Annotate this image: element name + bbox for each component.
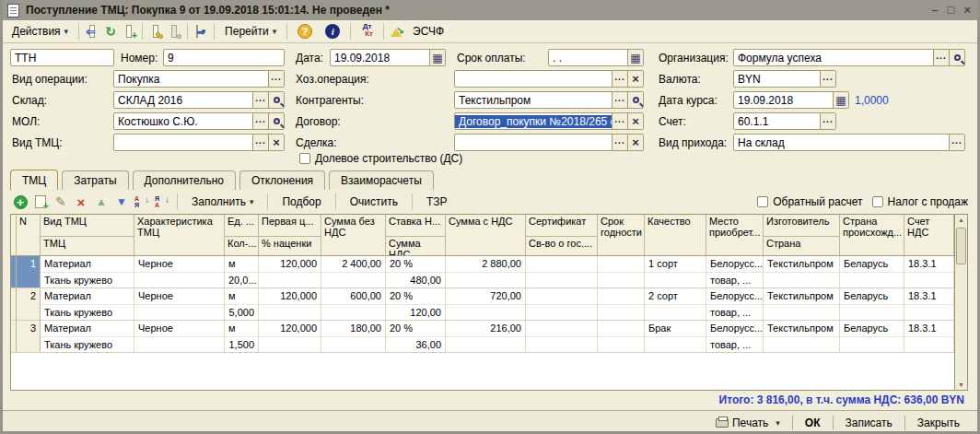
open-list-icon[interactable]: ➥ (192, 23, 209, 40)
print-button[interactable]: Печать (707, 414, 788, 432)
pick-button[interactable]: Подбор (274, 193, 328, 211)
column-header[interactable]: Счет НДС (904, 215, 954, 255)
table-cell[interactable]: м5,000 (225, 288, 259, 320)
clear-icon[interactable] (627, 71, 643, 87)
biz-op-field[interactable] (454, 70, 644, 88)
close-button[interactable]: × (963, 1, 971, 19)
ellipsis-button[interactable] (820, 71, 835, 87)
magnifier-button[interactable] (268, 92, 284, 108)
counterparty-field[interactable]: Текстильпром (454, 91, 644, 109)
tab-costs[interactable]: Затраты (62, 170, 128, 190)
table-cell[interactable]: МатериалТкань кружево (41, 321, 134, 352)
table-cell[interactable]: Текстильпром (764, 321, 840, 352)
table-row[interactable]: 2МатериалТкань кружевоЧерноем5,000120,00… (11, 288, 954, 321)
magnifier-button[interactable] (627, 92, 643, 108)
column-header[interactable]: Характеристика ТМЦ (134, 215, 225, 255)
column-header[interactable]: Ед. ...Кол-... (225, 215, 259, 255)
table-cell[interactable]: 120,000 (259, 256, 321, 287)
table-row[interactable]: 3МатериалТкань кружевоЧерноем1,500120,00… (11, 321, 954, 353)
table-cell[interactable] (598, 288, 645, 320)
reverse-calc-checkbox[interactable]: Обратный расчет (757, 195, 862, 208)
ellipsis-button[interactable] (820, 113, 835, 129)
ellipsis-button[interactable] (612, 113, 627, 129)
table-cell[interactable]: 2 400,00 (321, 256, 386, 287)
clear-button[interactable]: Очистить (343, 193, 405, 211)
table-cell[interactable]: 120,000 (259, 321, 321, 352)
dt-kt-icon[interactable]: ДтКт (356, 22, 379, 41)
checkbox-box[interactable] (299, 153, 310, 164)
column-header[interactable]: Место приобрет... (706, 215, 764, 255)
table-cell[interactable]: Белорусс...товар, ... (706, 288, 764, 320)
ellipsis-button[interactable] (612, 92, 627, 108)
row-number[interactable]: 2 (17, 288, 41, 320)
add-row-icon[interactable]: + (12, 194, 29, 210)
tzr-button[interactable]: ТЗР (419, 193, 454, 211)
table-cell[interactable]: 180,00 (321, 321, 386, 352)
table-cell[interactable]: 1 сорт (645, 256, 706, 287)
reread-icon[interactable]: ⇐ (84, 23, 100, 40)
org-field[interactable]: Формула успеха (733, 49, 965, 66)
warehouse-field[interactable]: СКЛАД 2016 (113, 91, 285, 109)
sales-tax-checkbox[interactable]: Налог с продаж (872, 195, 968, 208)
fill-button[interactable]: Заполнить (184, 193, 261, 211)
column-header[interactable]: Сумма с НДС (446, 215, 526, 255)
table-cell[interactable]: 2 сорт (645, 288, 706, 320)
ellipsis-button[interactable] (252, 135, 268, 150)
doc-type-field[interactable]: ТТН (10, 49, 114, 66)
sort-desc-icon[interactable]: ЯА↓ (154, 194, 170, 210)
delete-row-icon[interactable]: × (73, 194, 89, 210)
table-cell[interactable]: Черное (134, 321, 225, 352)
contract-field[interactable]: Договор_покупки №2018/265 от 05.0 (454, 112, 644, 130)
calendar-icon[interactable] (833, 92, 848, 108)
table-cell[interactable]: Беларусь (840, 256, 904, 287)
row-number[interactable]: 3 (17, 321, 41, 352)
table-cell[interactable] (598, 321, 645, 352)
column-header[interactable]: Срок годности (598, 215, 645, 255)
mol-field[interactable]: Костюшко С.Ю. (113, 112, 285, 130)
column-header[interactable]: Сумма без НДС (321, 215, 386, 255)
tmc-kind-field[interactable] (113, 134, 285, 151)
number-field[interactable]: 9 (163, 49, 285, 66)
calendar-icon[interactable] (429, 50, 445, 65)
table-cell[interactable] (526, 321, 598, 352)
account-field[interactable]: 60.1.1 (733, 112, 836, 130)
deal-field[interactable] (454, 134, 644, 151)
ellipsis-button[interactable] (612, 135, 627, 150)
tab-tmc[interactable]: ТМЦ (10, 170, 58, 190)
tab-additional[interactable]: Дополнительно (133, 170, 236, 190)
table-cell[interactable]: Текстильпром (764, 288, 840, 320)
info-icon[interactable]: i (320, 22, 345, 41)
table-cell[interactable]: 20 %120,00 (386, 288, 446, 320)
clear-icon[interactable] (627, 135, 643, 150)
vertical-scrollbar[interactable] (954, 215, 967, 390)
maximize-button[interactable]: □ (948, 1, 955, 19)
rate-date-field[interactable]: 19.09.2018 (733, 91, 849, 109)
table-cell[interactable]: Белорусс...товар, ... (706, 321, 764, 352)
table-cell[interactable]: Беларусь (840, 288, 904, 320)
sort-asc-icon[interactable]: АЯ↓ (134, 194, 150, 210)
move-up-icon[interactable]: ▲ (93, 194, 110, 210)
table-cell[interactable]: 18.3.1 (904, 321, 954, 352)
title-bar[interactable]: Поступление ТМЦ: Покупка 9 от 19.09.2018… (0, 0, 980, 20)
copy-row-icon[interactable]: + (32, 194, 49, 210)
refresh-icon[interactable]: ↻ (102, 23, 119, 40)
ok-button[interactable]: ОК (797, 414, 829, 432)
table-cell[interactable]: Брак (645, 321, 706, 352)
table-cell[interactable]: 20 %480,00 (386, 256, 446, 287)
row-number[interactable]: 1 (17, 256, 41, 287)
ellipsis-button[interactable] (252, 113, 268, 129)
tab-settlements[interactable]: Взаиморасчеты (329, 170, 434, 190)
table-cell[interactable]: 18.3.1 (904, 256, 954, 287)
table-cell[interactable] (526, 256, 598, 287)
ellipsis-button[interactable] (612, 71, 627, 87)
table-cell[interactable]: 18.3.1 (904, 288, 954, 320)
table-row[interactable]: 1МатериалТкань кружевоЧерноем20,0...120,… (11, 256, 954, 288)
ellipsis-button[interactable] (268, 71, 284, 87)
table-cell[interactable]: 600,00 (321, 288, 386, 320)
table-cell[interactable]: МатериалТкань кружево (41, 256, 134, 287)
post-document-icon[interactable] (147, 23, 164, 40)
magnifier-button[interactable] (949, 50, 964, 65)
column-header[interactable]: N (17, 215, 41, 255)
column-header[interactable]: Первая ц...% наценки (259, 215, 321, 255)
table-cell[interactable]: 120,000 (259, 288, 321, 320)
